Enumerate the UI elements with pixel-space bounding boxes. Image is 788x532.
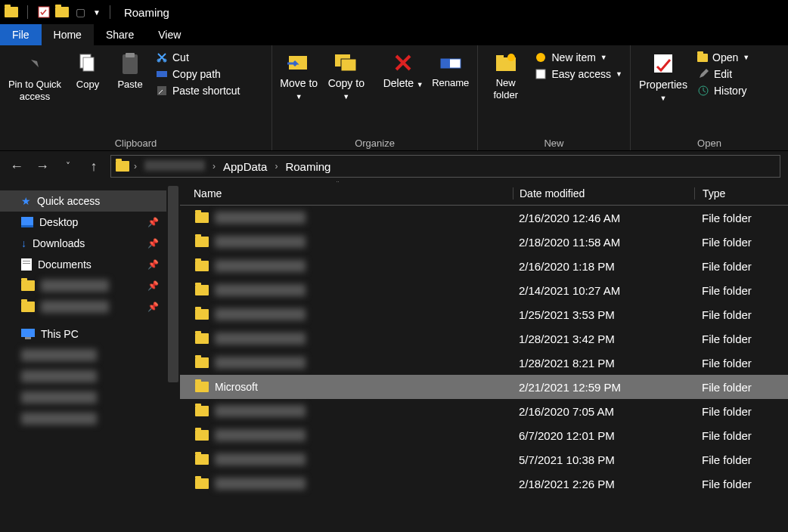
move-to-button[interactable]: Move to ▼: [277, 48, 321, 104]
blurred-text: [21, 370, 97, 382]
sidebar-quick-access[interactable]: ★ Quick access: [0, 190, 180, 212]
chevron-right-icon[interactable]: ›: [134, 161, 137, 172]
content-area: ★ Quick access Desktop 📌 ↓ Downloads 📌 D…: [0, 181, 788, 532]
file-row[interactable]: 2/16/2020 1:18 PMFile folder: [180, 254, 788, 278]
file-row[interactable]: 1/28/2021 8:21 PMFile folder: [180, 351, 788, 375]
paste-shortcut-button[interactable]: Paste shortcut: [153, 83, 244, 98]
easy-access-button[interactable]: Easy access ▼: [532, 66, 625, 82]
open-button[interactable]: Open ▼: [694, 50, 752, 65]
file-type: File folder: [694, 357, 788, 370]
folder-icon: [21, 280, 35, 291]
copy-button[interactable]: Copy: [68, 48, 107, 94]
file-row[interactable]: 1/28/2021 3:42 PMFile folder: [180, 326, 788, 351]
file-date: 2/14/2021 10:27 AM: [513, 284, 694, 297]
sidebar-this-pc[interactable]: This PC: [0, 323, 180, 345]
file-row[interactable]: 2/16/2020 12:46 AMFile folder: [180, 206, 788, 230]
new-small-column: New item ▼ Easy access ▼: [532, 48, 625, 82]
sidebar-blurred[interactable]: [0, 408, 180, 429]
copypath-label: Copy path: [172, 68, 221, 80]
pin-quick-access-button[interactable]: Pin to Quick access: [5, 48, 65, 105]
column-header-type[interactable]: Type: [694, 187, 788, 200]
moveto-icon: [286, 51, 312, 74]
copy-to-button[interactable]: Copy to ▼: [324, 48, 369, 104]
paste-button[interactable]: Paste: [110, 48, 150, 94]
breadcrumb-appdata[interactable]: AppData: [220, 159, 270, 175]
sidebar-blurred[interactable]: 📌: [0, 296, 180, 317]
tab-home[interactable]: Home: [42, 24, 94, 45]
tab-view[interactable]: View: [146, 24, 193, 45]
chevron-down-icon: ▼: [296, 93, 302, 101]
qa-properties-icon[interactable]: [37, 5, 51, 19]
separator: [110, 5, 110, 19]
nav-forward-button[interactable]: →: [33, 156, 51, 177]
file-type: File folder: [694, 478, 788, 490]
sidebar-blurred[interactable]: [0, 387, 180, 408]
pin-label: Pin to Quick access: [6, 79, 64, 102]
file-date: 1/28/2021 3:42 PM: [513, 332, 694, 345]
folder-icon: [195, 454, 209, 465]
column-headers: ˄ Name Date modified Type: [180, 181, 788, 206]
qa-newfolder-icon[interactable]: [55, 5, 69, 19]
folder-icon: [195, 478, 209, 489]
newitem-icon: [535, 51, 547, 63]
properties-button[interactable]: Properties ▼: [635, 48, 691, 106]
sidebar-documents[interactable]: Documents 📌: [0, 254, 180, 275]
new-folder-button[interactable]: New folder: [482, 48, 529, 104]
moveto-label: Move to ▼: [278, 77, 320, 101]
svg-rect-18: [536, 70, 545, 79]
blurred-text: [215, 212, 306, 224]
file-type: File folder: [694, 308, 788, 321]
sidebar-blurred[interactable]: [0, 366, 180, 387]
qa-dropdown-icon[interactable]: ▼: [93, 8, 101, 17]
delete-button[interactable]: Delete ▼: [381, 48, 426, 93]
svg-rect-11: [341, 59, 356, 71]
file-type: File folder: [694, 453, 788, 466]
chevron-right-icon[interactable]: ›: [275, 161, 278, 172]
column-header-name[interactable]: Name: [180, 187, 513, 200]
breadcrumb-roaming[interactable]: Roaming: [282, 159, 334, 175]
file-row[interactable]: 2/18/2020 11:58 AMFile folder: [180, 230, 788, 254]
folder-icon: [195, 382, 209, 392]
desktop-icon: [21, 217, 33, 227]
new-item-button[interactable]: New item ▼: [532, 50, 625, 65]
file-row[interactable]: 2/14/2021 10:27 AMFile folder: [180, 278, 788, 302]
history-button[interactable]: History: [694, 83, 752, 98]
scissors-icon: [156, 51, 168, 63]
file-row[interactable]: 2/18/2021 2:26 PMFile folder: [180, 472, 788, 496]
tab-file[interactable]: File: [0, 24, 42, 45]
easyaccess-label: Easy access: [551, 68, 611, 80]
sidebar-downloads[interactable]: ↓ Downloads 📌: [0, 233, 180, 254]
documents-icon: [21, 258, 32, 271]
file-type: File folder: [694, 381, 788, 394]
column-header-date[interactable]: Date modified: [513, 187, 694, 200]
file-row[interactable]: 1/25/2021 3:53 PMFile folder: [180, 302, 788, 326]
cut-button[interactable]: Cut: [153, 50, 244, 65]
file-row[interactable]: 2/16/2020 7:05 AMFile folder: [180, 399, 788, 423]
rename-button[interactable]: Rename: [428, 48, 473, 92]
file-date: 2/16/2020 1:18 PM: [513, 260, 694, 273]
chevron-right-icon[interactable]: ›: [213, 161, 216, 172]
nav-up-button[interactable]: ↑: [85, 156, 103, 177]
file-row[interactable]: 5/7/2021 10:38 PMFile folder: [180, 447, 788, 472]
sidebar-blurred[interactable]: 📌: [0, 275, 180, 296]
sidebar-desktop[interactable]: Desktop 📌: [0, 212, 180, 233]
edit-button[interactable]: Edit: [694, 66, 752, 82]
scrollbar-thumb[interactable]: [168, 186, 178, 382]
organize-group-title: Organize: [277, 138, 473, 149]
file-row[interactable]: Microsoft2/21/2021 12:59 PMFile folder: [180, 375, 788, 399]
breadcrumb-blurred[interactable]: [141, 159, 208, 175]
sidebar-blurred[interactable]: [0, 345, 180, 366]
chevron-down-icon: ▼: [343, 93, 349, 101]
paste-label: Paste: [117, 79, 142, 91]
file-row[interactable]: 6/7/2020 12:01 PMFile folder: [180, 423, 788, 447]
sidebar-scrollbar[interactable]: [166, 181, 180, 532]
copy-path-button[interactable]: Copy path: [153, 66, 244, 82]
tab-share[interactable]: Share: [94, 24, 146, 45]
file-date: 5/7/2021 10:38 PM: [513, 453, 694, 466]
address-bar[interactable]: › › AppData › Roaming: [110, 155, 780, 178]
file-type: File folder: [694, 332, 788, 345]
nav-recent-dropdown[interactable]: ˅: [59, 156, 77, 177]
nav-back-button[interactable]: ←: [8, 156, 26, 177]
qa-undo-icon[interactable]: ▢: [73, 5, 87, 19]
blurred-text: [215, 308, 306, 320]
